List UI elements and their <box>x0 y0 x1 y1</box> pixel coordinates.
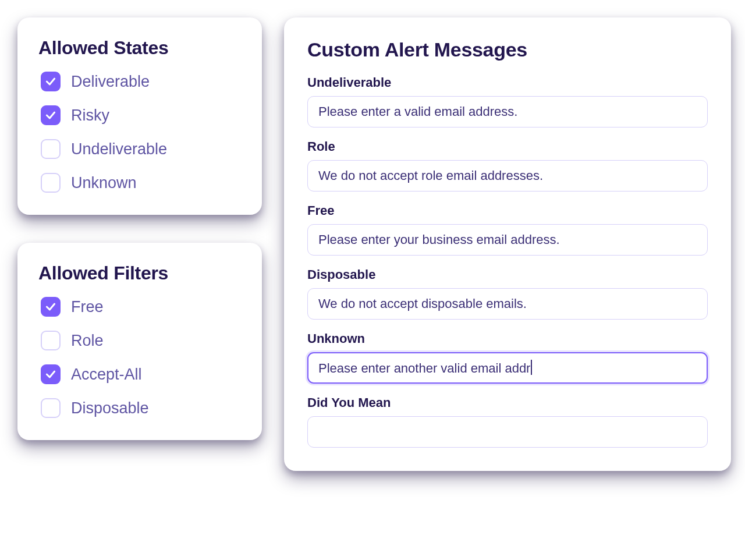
text-caret-icon <box>531 360 532 375</box>
state-label: Deliverable <box>71 73 150 91</box>
checkbox-icon[interactable] <box>41 139 61 159</box>
alert-label: Role <box>307 139 708 154</box>
alert-input-did-you-mean[interactable] <box>307 416 708 448</box>
alert-field-role: Role <box>307 139 708 192</box>
custom-alerts-card: Custom Alert Messages Undeliverable Role… <box>284 17 731 471</box>
alert-field-undeliverable: Undeliverable <box>307 75 708 127</box>
checkbox-icon[interactable] <box>41 331 61 350</box>
checkbox-icon[interactable] <box>41 72 61 91</box>
allowed-filters-card: Allowed Filters Free Role <box>17 243 262 440</box>
state-risky[interactable]: Risky <box>41 105 241 125</box>
filter-accept-all[interactable]: Accept-All <box>41 364 241 384</box>
filter-disposable[interactable]: Disposable <box>41 398 241 418</box>
allowed-states-card: Allowed States Deliverable Risky <box>17 17 262 215</box>
state-label: Undeliverable <box>71 140 167 158</box>
filter-free[interactable]: Free <box>41 297 241 317</box>
allowed-filters-title: Allowed Filters <box>38 263 241 284</box>
checkbox-icon[interactable] <box>41 398 61 418</box>
custom-alerts-title: Custom Alert Messages <box>307 38 708 61</box>
alert-input-role[interactable] <box>307 160 708 192</box>
checkbox-icon[interactable] <box>41 173 61 193</box>
alert-input-free[interactable] <box>307 224 708 256</box>
alert-label: Disposable <box>307 267 708 282</box>
alert-label: Undeliverable <box>307 75 708 90</box>
checkbox-icon[interactable] <box>41 105 61 125</box>
allowed-states-list: Deliverable Risky Undeliverable <box>38 72 241 193</box>
filter-label: Accept-All <box>71 366 142 384</box>
allowed-filters-list: Free Role Accept-All <box>38 297 241 418</box>
checkbox-icon[interactable] <box>41 297 61 317</box>
state-unknown[interactable]: Unknown <box>41 173 241 193</box>
alert-field-disposable: Disposable <box>307 267 708 320</box>
filter-label: Role <box>71 332 104 350</box>
alert-input-undeliverable[interactable] <box>307 96 708 127</box>
alert-input-disposable[interactable] <box>307 288 708 320</box>
allowed-states-title: Allowed States <box>38 37 241 59</box>
alert-field-unknown: Unknown Please enter another valid email… <box>307 331 708 384</box>
filter-role[interactable]: Role <box>41 331 241 350</box>
filter-label: Disposable <box>71 399 149 417</box>
state-label: Unknown <box>71 174 137 192</box>
state-deliverable[interactable]: Deliverable <box>41 72 241 91</box>
alert-field-did-you-mean: Did You Mean <box>307 395 708 448</box>
alert-field-free: Free <box>307 203 708 256</box>
alert-input-unknown[interactable]: Please enter another valid email addr <box>307 352 708 384</box>
state-label: Risky <box>71 107 109 125</box>
checkbox-icon[interactable] <box>41 364 61 384</box>
alert-label: Free <box>307 203 708 218</box>
state-undeliverable[interactable]: Undeliverable <box>41 139 241 159</box>
alert-label: Did You Mean <box>307 395 708 410</box>
alert-label: Unknown <box>307 331 708 346</box>
filter-label: Free <box>71 298 104 316</box>
